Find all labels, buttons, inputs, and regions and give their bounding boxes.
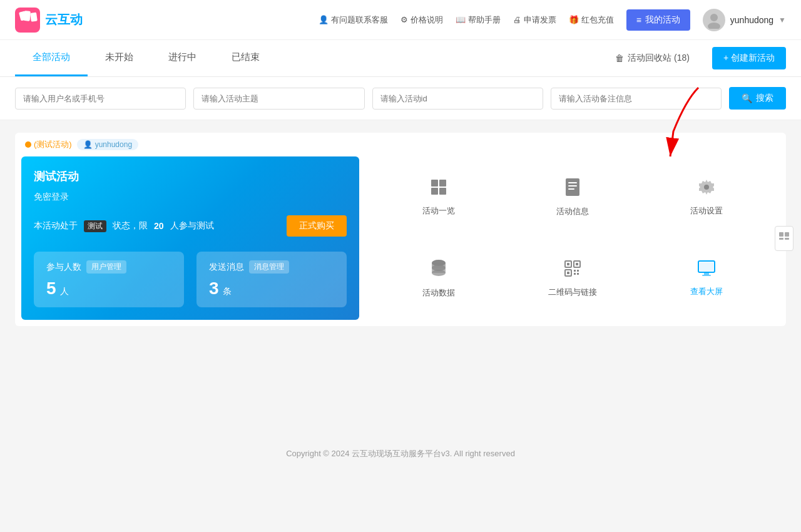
svg-rect-33: [702, 275, 711, 276]
action-info-label: 活动信息: [556, 206, 589, 217]
action-data-label: 活动数据: [422, 287, 455, 299]
activity-item: (测试活动) 👤 yunhudong 测试活动 免密登录 本活动处于 测试 状态…: [15, 133, 786, 326]
activity-row: 测试活动 免密登录 本活动处于 测试 状态，限 20 人参与测试 正式购买 参与…: [15, 150, 786, 326]
action-qrcode-label: 二维码与链接: [548, 287, 597, 298]
svg-rect-36: [785, 232, 789, 237]
action-activity-info[interactable]: 活动信息: [506, 168, 640, 227]
participants-unit: 人: [60, 286, 69, 296]
tab-all-activities[interactable]: 全部活动: [15, 40, 88, 76]
person-icon: 👤: [319, 15, 329, 24]
svg-rect-30: [577, 273, 579, 275]
message-management-button[interactable]: 消息管理: [249, 260, 289, 274]
svg-rect-28: [577, 270, 579, 272]
svg-rect-38: [785, 238, 789, 240]
header: 云互动 👤 有问题联系客服 ⚙ 价格说明 📖 帮助手册 🖨 申请发票 🎁 红包充…: [0, 0, 801, 40]
svg-rect-3: [30, 12, 38, 21]
nav-item-invoice[interactable]: 🖨 申请发票: [513, 14, 556, 26]
create-activity-button[interactable]: + 创建新活动: [712, 47, 786, 69]
svg-rect-13: [568, 185, 577, 187]
activity-test-tag[interactable]: (测试活动): [25, 139, 72, 150]
messages-header: 发送消息 消息管理: [209, 260, 334, 274]
participants-label: 参与人数: [46, 262, 81, 273]
svg-rect-7: [431, 180, 438, 187]
messages-number: 3: [209, 279, 219, 298]
svg-rect-26: [567, 272, 569, 274]
svg-rect-11: [566, 178, 579, 196]
tab-ended[interactable]: 已结束: [214, 40, 277, 76]
qrcode-icon: [564, 260, 581, 282]
svg-point-4: [710, 14, 718, 21]
footer-text: Copyright © 2024 云互动现场互动服务平台v3. All righ…: [286, 449, 515, 458]
nav-item-recharge[interactable]: 🎁 红包充值: [569, 14, 614, 26]
grid-icon: [430, 178, 447, 200]
printer-icon: 🖨: [513, 15, 521, 24]
header-nav: 👤 有问题联系客服 ⚙ 价格说明 📖 帮助手册 🖨 申请发票 🎁 红包充值 ≡ …: [319, 9, 786, 31]
gift-icon: 🎁: [569, 15, 579, 24]
action-activity-list[interactable]: 活动一览: [372, 168, 506, 227]
action-panel: 活动一览 活动信息: [359, 150, 786, 326]
status-suffix: 状态，限: [113, 220, 148, 232]
action-list-label: 活动一览: [422, 205, 455, 217]
search-icon: 🔍: [742, 93, 752, 103]
tabs-list: 全部活动 未开始 进行中 已结束: [15, 40, 603, 76]
logo[interactable]: 云互动: [15, 8, 83, 33]
settings-icon: [698, 178, 715, 200]
svg-rect-22: [567, 263, 569, 265]
user-management-button[interactable]: 用户管理: [86, 260, 126, 274]
activity-login: 免密登录: [34, 192, 347, 203]
nav-item-support[interactable]: 👤 有问题联系客服: [319, 14, 388, 26]
search-bar: 🔍 搜索: [0, 77, 801, 120]
activity-title: 测试活动: [34, 169, 347, 184]
svg-rect-32: [704, 272, 709, 275]
sidebar-toggle[interactable]: [775, 226, 793, 251]
messages-count-row: 3 条: [209, 279, 334, 299]
search-theme-input[interactable]: [193, 88, 364, 110]
database-icon: [431, 259, 447, 282]
action-settings-label: 活动设置: [690, 205, 723, 217]
svg-point-20: [432, 270, 446, 276]
chevron-down-icon: ▼: [778, 16, 786, 24]
search-button[interactable]: 🔍 搜索: [729, 87, 786, 110]
action-qrcode[interactable]: 二维码与链接: [506, 250, 640, 308]
search-note-input[interactable]: [551, 88, 722, 110]
search-username-input[interactable]: [15, 88, 186, 110]
status-end: 人参与测试: [170, 220, 214, 232]
svg-rect-14: [568, 188, 574, 190]
messages-unit: 条: [223, 286, 232, 296]
messages-label: 发送消息: [209, 262, 244, 273]
username: yunhudong: [730, 15, 773, 25]
messages-stat: 发送消息 消息管理 3 条: [196, 252, 347, 307]
action-activity-data[interactable]: 活动数据: [372, 249, 506, 309]
search-id-input[interactable]: [372, 88, 543, 110]
action-activity-settings[interactable]: 活动设置: [640, 168, 773, 227]
svg-rect-29: [574, 273, 576, 275]
my-activity-button[interactable]: ≡ 我的活动: [626, 9, 690, 31]
gear-icon: ⚙: [400, 15, 408, 24]
svg-rect-9: [431, 188, 438, 195]
document-icon: [564, 178, 581, 201]
test-badge: 测试: [84, 220, 106, 232]
svg-rect-12: [568, 182, 577, 183]
svg-rect-2: [24, 11, 31, 21]
nav-item-help[interactable]: 📖 帮助手册: [456, 14, 501, 26]
nav-item-pricing[interactable]: ⚙ 价格说明: [400, 14, 443, 26]
activity-tags-row: (测试活动) 👤 yunhudong: [15, 133, 786, 150]
user-section[interactable]: yunhudong ▼: [703, 9, 786, 31]
svg-rect-10: [439, 188, 446, 195]
monitor-icon: [698, 260, 715, 281]
tab-not-started[interactable]: 未开始: [88, 40, 151, 76]
tag-dot: [25, 141, 31, 148]
participants-number: 5: [46, 279, 56, 298]
buy-button[interactable]: 正式购买: [287, 215, 347, 237]
svg-rect-27: [574, 270, 576, 272]
tab-recycle[interactable]: 🗑 活动回收站 (18): [603, 41, 702, 75]
user-icon: 👤: [83, 140, 93, 149]
activity-card: 测试活动 免密登录 本活动处于 测试 状态，限 20 人参与测试 正式购买 参与…: [21, 156, 359, 320]
tab-in-progress[interactable]: 进行中: [151, 40, 214, 76]
activity-user-tag: 👤 yunhudong: [77, 139, 138, 150]
action-big-screen[interactable]: 查看大屏: [640, 250, 773, 307]
action-big-screen-label: 查看大屏: [690, 286, 723, 297]
svg-rect-34: [700, 262, 713, 271]
footer: Copyright © 2024 云互动现场互动服务平台v3. All righ…: [0, 433, 801, 474]
main-content: (测试活动) 👤 yunhudong 测试活动 免密登录 本活动处于 测试 状态…: [0, 120, 801, 433]
